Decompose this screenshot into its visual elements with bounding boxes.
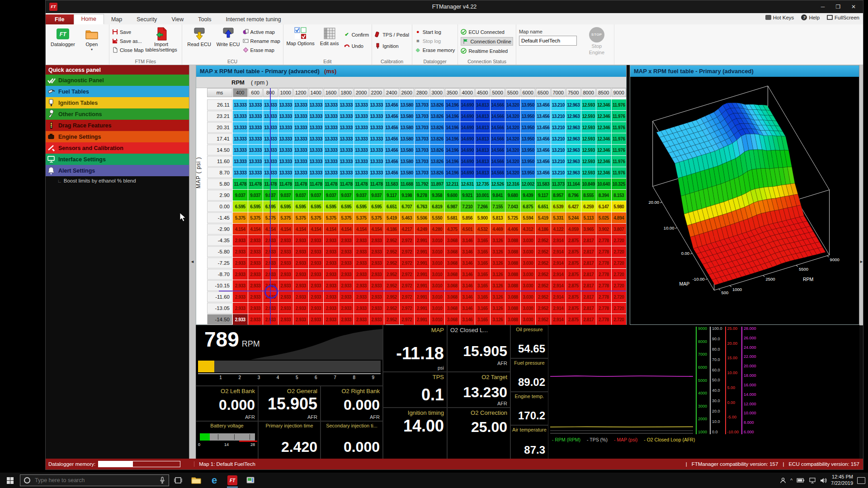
table-cell[interactable]: 13.703: [415, 99, 429, 110]
table-cell[interactable]: 13.826: [430, 122, 445, 133]
table-cell[interactable]: 13.333: [354, 145, 369, 155]
table-cell[interactable]: 5.856: [460, 212, 475, 223]
table-cell[interactable]: 6.819: [430, 201, 445, 212]
table-cell[interactable]: 13.333: [339, 122, 354, 133]
table-cell[interactable]: 13.950: [521, 122, 536, 133]
table-cell[interactable]: 13.950: [521, 99, 536, 110]
table-cell[interactable]: 13.210: [551, 122, 566, 133]
table-cell[interactable]: 9.198: [400, 190, 415, 201]
datalogger-button[interactable]: FT Datalogger: [48, 26, 77, 47]
table-cell[interactable]: 13.333: [278, 156, 293, 167]
table-cell[interactable]: 12.593: [581, 99, 596, 110]
table-cell[interactable]: 2.933: [354, 246, 369, 257]
table-cell[interactable]: 9.358: [430, 190, 445, 201]
table-cell[interactable]: 14.690: [460, 133, 475, 144]
table-cell[interactable]: 6.539: [551, 201, 566, 212]
table-cell[interactable]: 13.333: [278, 133, 293, 144]
table-cell[interactable]: 14.320: [505, 122, 520, 133]
table-cell[interactable]: 14.566: [491, 156, 505, 167]
table-cell[interactable]: 2.952: [384, 269, 399, 280]
table-cell[interactable]: 2.933: [233, 303, 248, 314]
open-dropdown-caret[interactable]: ▾: [91, 48, 93, 52]
col-header-3500[interactable]: 3500: [445, 88, 460, 97]
table-cell[interactable]: 2.991: [415, 303, 429, 314]
table-cell[interactable]: 13.456: [384, 122, 399, 133]
table-cell[interactable]: 13.826: [430, 133, 445, 144]
table-cell[interactable]: 3.010: [430, 314, 445, 325]
table-cell[interactable]: 2.933: [278, 235, 293, 246]
table-cell[interactable]: 5.331: [551, 212, 566, 223]
table-cell[interactable]: 2.720: [612, 280, 627, 291]
table-cell[interactable]: 14.320: [505, 145, 520, 155]
table-cell[interactable]: 14.813: [475, 156, 490, 167]
row-header--11.60[interactable]: -11.60: [207, 291, 232, 302]
table-cell[interactable]: 9.037: [354, 190, 369, 201]
table-cell[interactable]: 8.555: [581, 190, 596, 201]
sidebar-item-interface-settings[interactable]: Interface Settings: [46, 154, 189, 165]
table-cell[interactable]: 2.778: [596, 280, 611, 291]
table-cell[interactable]: 13.456: [536, 111, 551, 122]
table-cell[interactable]: 4.894: [612, 212, 627, 223]
table-cell[interactable]: 3.146: [460, 280, 475, 291]
table-cell[interactable]: 2.817: [581, 314, 596, 325]
table-cell[interactable]: 11.373: [551, 178, 566, 189]
table-cell[interactable]: 13.210: [551, 145, 566, 155]
row-header-2.90[interactable]: 2.90: [207, 190, 232, 201]
edge-button[interactable]: e: [205, 473, 223, 488]
table-cell[interactable]: 2.933: [233, 258, 248, 268]
table-cell[interactable]: 3.126: [491, 303, 505, 314]
table-cell[interactable]: 5.375: [369, 212, 384, 223]
row-header--2.90[interactable]: -2.90: [207, 224, 232, 235]
confirm-button[interactable]: ✔ Confirm: [344, 31, 369, 38]
table-cell[interactable]: 13.826: [430, 99, 445, 110]
table-cell[interactable]: 3.068: [445, 280, 460, 291]
row-header-14.50[interactable]: 14.50: [207, 145, 232, 155]
table-cell[interactable]: 2.933: [293, 258, 308, 268]
connection-online-status[interactable]: Connection Online: [461, 37, 513, 46]
write-ecu-button[interactable]: Write ECU: [214, 26, 243, 47]
table-cell[interactable]: 4.312: [521, 224, 536, 235]
table-cell[interactable]: 10.640: [596, 178, 611, 189]
col-header-8500[interactable]: 8500: [596, 88, 611, 97]
col-header-600[interactable]: 600: [248, 88, 263, 97]
table-cell[interactable]: 13.333: [309, 99, 324, 110]
table-cell[interactable]: 13.580: [400, 111, 415, 122]
active-map-button[interactable]: Active map: [243, 28, 280, 36]
table-cell[interactable]: 11.688: [400, 178, 415, 189]
table-cell[interactable]: 13.580: [400, 156, 415, 167]
table-cell[interactable]: 9.037: [369, 190, 384, 201]
table-cell[interactable]: 2.933: [354, 235, 369, 246]
table-cell[interactable]: 13.333: [233, 167, 248, 178]
table-cell[interactable]: 3.165: [475, 280, 490, 291]
table-cell[interactable]: 2.914: [551, 280, 566, 291]
table-cell[interactable]: 13.210: [551, 99, 566, 110]
table-cell[interactable]: 2.933: [369, 291, 384, 302]
table-cell[interactable]: 11.976: [612, 145, 627, 155]
table-cell[interactable]: 2.933: [354, 291, 369, 302]
table-cell[interactable]: 4.154: [324, 224, 339, 235]
row-header-11.60[interactable]: 11.60: [207, 156, 232, 167]
table-cell[interactable]: 2.933: [248, 246, 263, 257]
table-cell[interactable]: 2.933: [309, 314, 324, 325]
table-cell[interactable]: 6.427: [566, 201, 581, 212]
table-cell[interactable]: 5.375: [309, 212, 324, 223]
table-cell[interactable]: 13.333: [278, 145, 293, 155]
table-cell[interactable]: 13.456: [536, 122, 551, 133]
table-cell[interactable]: 3.030: [521, 280, 536, 291]
table-cell[interactable]: 14.813: [475, 111, 490, 122]
table-cell[interactable]: 2.933: [278, 258, 293, 268]
table-cell[interactable]: 2.952: [536, 235, 551, 246]
table-cell[interactable]: 11.792: [415, 178, 429, 189]
table-cell[interactable]: 13.703: [415, 122, 429, 133]
table-cell[interactable]: 3.165: [475, 291, 490, 302]
table-cell[interactable]: 13.333: [293, 99, 308, 110]
table-cell[interactable]: 13.333: [248, 156, 263, 167]
table-cell[interactable]: 13.333: [339, 111, 354, 122]
table-cell[interactable]: 2.933: [369, 258, 384, 268]
table-cell[interactable]: 2.778: [596, 235, 611, 246]
table-cell[interactable]: 2.933: [293, 280, 308, 291]
table-cell[interactable]: 3.146: [460, 258, 475, 268]
table-cell[interactable]: 2.933: [233, 269, 248, 280]
table-cell[interactable]: 13.333: [233, 133, 248, 144]
table-cell[interactable]: 3.146: [460, 303, 475, 314]
